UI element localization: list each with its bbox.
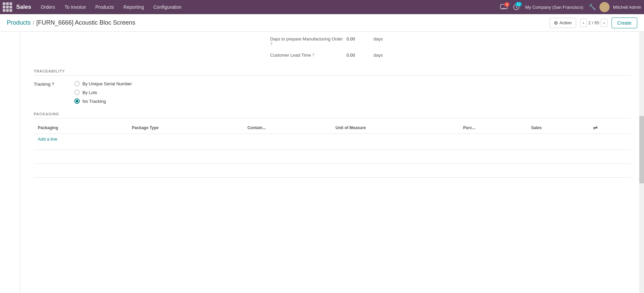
- tracking-field: Tracking ? By Unique Serial Number By Lo…: [34, 81, 630, 104]
- prev-record-button[interactable]: ‹: [580, 19, 587, 27]
- radio-no-tracking-label: No Tracking: [82, 99, 106, 104]
- header-bar: Products / [FURN_6666] Acoustic Bloc Scr…: [0, 14, 644, 32]
- col-purchase: Purc...: [459, 122, 527, 134]
- messages-button[interactable]: 6: [500, 4, 508, 10]
- breadcrumb-separator: /: [33, 20, 34, 26]
- scrollbar-thumb[interactable]: [639, 116, 644, 183]
- header-actions: ⚙ Action ‹ 2 / 65 › Create: [549, 18, 637, 28]
- svg-point-2: [602, 4, 607, 8]
- nav-products[interactable]: Products: [91, 0, 118, 14]
- tracking-help-icon[interactable]: ?: [52, 82, 54, 87]
- settings-icon[interactable]: 🔧: [589, 3, 596, 11]
- nav-orders[interactable]: Orders: [36, 0, 59, 14]
- col-package-type: Package Type: [128, 122, 243, 134]
- radio-lots-label: By Lots: [82, 90, 97, 95]
- company-name: My Company (San Francisco): [525, 5, 583, 10]
- customer-lead-time-unit: days: [371, 51, 385, 59]
- divider-2: [34, 164, 630, 164]
- nav-position: 2 / 65: [588, 20, 599, 25]
- main-content: Days to prepare Manufacturing Order ? 0.…: [0, 32, 644, 293]
- radio-serial-label: By Unique Serial Number: [82, 81, 132, 86]
- right-fields: Days to prepare Manufacturing Order ? 0.…: [270, 35, 630, 59]
- app-name[interactable]: Sales: [16, 4, 31, 10]
- activity-badge: 12: [515, 2, 522, 6]
- radio-lots-circle[interactable]: [74, 90, 80, 95]
- tracking-options: By Unique Serial Number By Lots No Track…: [74, 81, 132, 104]
- radio-serial-circle[interactable]: [74, 81, 80, 86]
- days-to-prepare-value[interactable]: 0.00: [344, 35, 371, 43]
- col-packaging: Packaging: [34, 122, 128, 134]
- days-prepare-help-icon[interactable]: ?: [270, 42, 273, 47]
- col-contains: Contain...: [243, 122, 332, 134]
- nav-to-invoice[interactable]: To Invoice: [60, 0, 90, 14]
- sidebar: [0, 32, 20, 293]
- nav-configuration[interactable]: Configuration: [149, 0, 185, 14]
- days-to-prepare-label: Days to prepare Manufacturing Order ?: [270, 35, 344, 47]
- divider-3: [34, 177, 630, 178]
- gear-icon: ⚙: [554, 20, 558, 26]
- transfer-icon[interactable]: ⇌: [593, 125, 597, 130]
- radio-serial[interactable]: By Unique Serial Number: [74, 81, 132, 86]
- action-button[interactable]: ⚙ Action: [549, 18, 576, 28]
- nav-right: 6 12 My Company (San Francisco) 🔧 Mitche…: [500, 2, 641, 12]
- user-name[interactable]: Mitchell Admin: [613, 5, 641, 10]
- customer-lead-time-value[interactable]: 0.00: [344, 51, 371, 59]
- traceability-title: TRACEABILITY: [34, 69, 630, 76]
- radio-no-tracking[interactable]: No Tracking: [74, 98, 132, 104]
- traceability-section: TRACEABILITY Tracking ? By Unique Serial…: [34, 69, 630, 104]
- svg-point-3: [601, 8, 608, 12]
- packaging-table: Packaging Package Type Contain... Unit o…: [34, 122, 630, 134]
- radio-lots[interactable]: By Lots: [74, 90, 132, 95]
- radio-no-tracking-circle[interactable]: [74, 98, 80, 104]
- create-button[interactable]: Create: [612, 18, 637, 28]
- divider-1: [34, 150, 630, 150]
- next-record-button[interactable]: ›: [601, 19, 608, 27]
- customer-lead-time-label: Customer Lead Time ?: [270, 51, 344, 58]
- col-transfer-icon: ⇌: [589, 122, 630, 134]
- packaging-section: PACKAGING Packaging Package Type Contain…: [34, 112, 630, 178]
- messages-badge: 6: [504, 2, 510, 7]
- nav-reporting[interactable]: Reporting: [120, 0, 148, 14]
- scrollbar-track: [639, 32, 644, 293]
- tracking-label: Tracking ?: [34, 81, 74, 87]
- packaging-title: PACKAGING: [34, 112, 630, 118]
- customer-lead-time-row: Customer Lead Time ? 0.00 days: [270, 51, 630, 59]
- col-unit-of-measure: Unit of Measure: [331, 122, 459, 134]
- days-to-prepare-unit: days: [371, 35, 385, 43]
- breadcrumb-current: [FURN_6666] Acoustic Bloc Screens: [36, 19, 135, 26]
- content-area: Days to prepare Manufacturing Order ? 0.…: [20, 32, 644, 293]
- user-avatar[interactable]: [599, 2, 610, 12]
- breadcrumb-products-link[interactable]: Products: [7, 19, 31, 26]
- col-sales: Sales: [527, 122, 589, 134]
- breadcrumb: Products / [FURN_6666] Acoustic Bloc Scr…: [7, 19, 549, 26]
- nav-arrows: ‹ 2 / 65 ›: [580, 19, 608, 27]
- customer-lead-help-icon[interactable]: ?: [312, 53, 314, 58]
- activity-button[interactable]: 12: [513, 4, 520, 10]
- navbar: Sales Orders To Invoice Products Reporti…: [0, 0, 644, 14]
- add-line-button[interactable]: Add a line: [34, 134, 61, 144]
- app-grid-icon[interactable]: [3, 2, 12, 12]
- days-to-prepare-row: Days to prepare Manufacturing Order ? 0.…: [270, 35, 630, 47]
